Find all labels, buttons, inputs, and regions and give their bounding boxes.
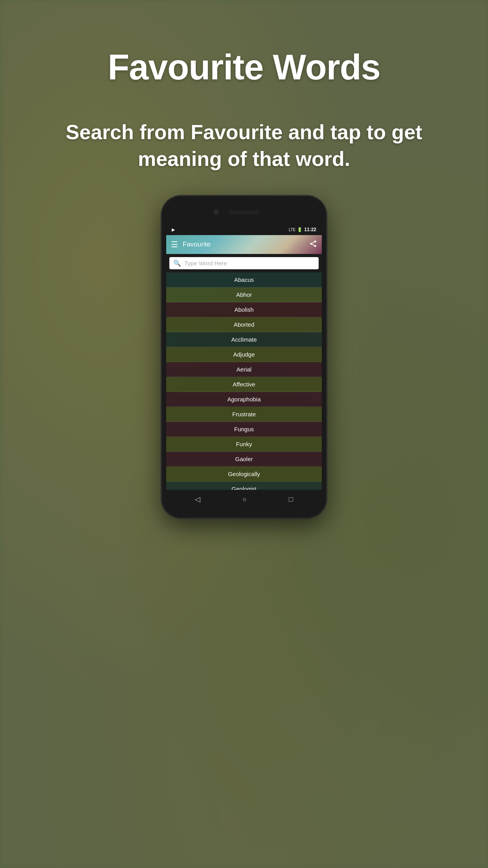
nav-bar: ◁ ○ □ — [166, 490, 322, 509]
phone-speaker — [228, 210, 260, 214]
list-item[interactable]: Abacus — [166, 272, 322, 287]
list-item[interactable]: Frustrate — [166, 407, 322, 422]
status-bar: ▶ LTE 🔋 11:22 — [166, 224, 322, 235]
search-input[interactable]: Type Word Here — [184, 260, 315, 267]
svg-line-4 — [312, 242, 314, 243]
status-time: 11:22 — [304, 227, 316, 232]
list-item[interactable]: Gaoler — [166, 452, 322, 467]
phone-screen: ▶ LTE 🔋 11:22 ☰ Favourite — [166, 224, 322, 509]
phone-frame: ▶ LTE 🔋 11:22 ☰ Favourite — [161, 196, 327, 518]
list-item[interactable]: Geologist — [166, 482, 322, 490]
search-icon: 🔍 — [173, 259, 181, 267]
list-item[interactable]: Abhor — [166, 287, 322, 302]
app-toolbar: ☰ Favourite — [166, 235, 322, 254]
list-item[interactable]: Aerial — [166, 362, 322, 377]
list-item[interactable]: Acclimate — [166, 332, 322, 347]
list-item[interactable]: Aborted — [166, 317, 322, 332]
words-container: AbacusAbhorAbolishAbortedAcclimateAdjudg… — [166, 272, 322, 490]
list-item[interactable]: Geologically — [166, 467, 322, 482]
menu-icon[interactable]: ☰ — [171, 240, 178, 249]
back-button[interactable]: ◁ — [195, 495, 200, 504]
list-item[interactable]: Funky — [166, 437, 322, 452]
svg-point-2 — [314, 245, 316, 247]
search-bar[interactable]: 🔍 Type Word Here — [169, 257, 319, 269]
status-signal: LTE — [289, 228, 296, 232]
svg-point-1 — [310, 243, 312, 245]
toolbar-title: Favourite — [183, 241, 309, 248]
phone-mockup: ▶ LTE 🔋 11:22 ☰ Favourite — [161, 196, 327, 518]
status-battery: 🔋 — [297, 227, 303, 232]
page-content: Favourite Words Search from Favourite an… — [0, 0, 488, 868]
svg-point-0 — [314, 240, 316, 242]
list-item[interactable]: Abolish — [166, 302, 322, 317]
share-icon[interactable] — [309, 240, 317, 250]
svg-line-3 — [312, 244, 314, 245]
list-item[interactable]: Affective — [166, 377, 322, 392]
phone-top — [166, 200, 322, 224]
phone-camera — [213, 209, 220, 216]
words-list: AbacusAbhorAbolishAbortedAcclimateAdjudg… — [166, 272, 322, 490]
page-subtitle: Search from Favourite and tap to get mea… — [0, 119, 488, 172]
status-play-icon: ▶ — [172, 227, 175, 232]
list-item[interactable]: Adjudge — [166, 347, 322, 362]
list-item[interactable]: Fungus — [166, 422, 322, 437]
status-right: LTE 🔋 11:22 — [289, 227, 316, 232]
page-title: Favourite Words — [108, 47, 380, 88]
recent-button[interactable]: □ — [289, 495, 293, 504]
list-item[interactable]: Agoraphobia — [166, 392, 322, 407]
home-button[interactable]: ○ — [242, 495, 247, 504]
